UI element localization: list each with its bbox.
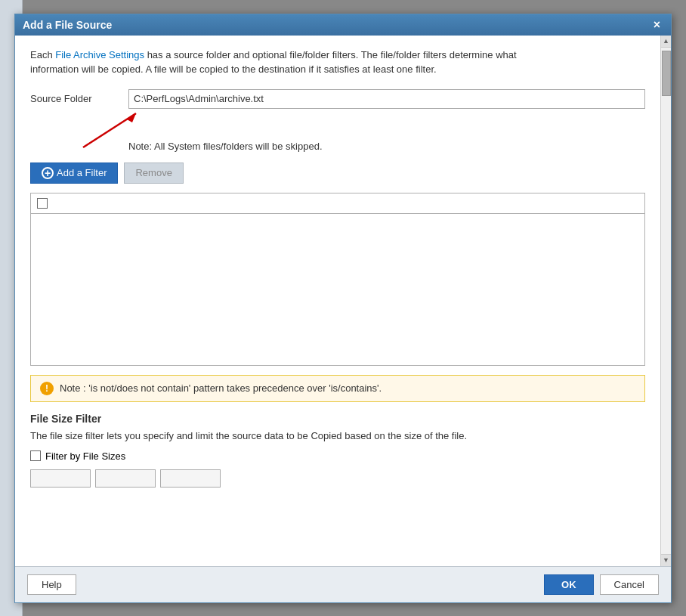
size-input-3[interactable] [160,469,221,488]
filter-select-all-checkbox[interactable] [37,198,48,209]
add-filter-button[interactable]: + Add a Filter [30,163,118,184]
filter-header-row [31,193,644,214]
scroll-thumb[interactable] [662,51,671,96]
plus-circle-icon: + [42,167,54,179]
filter-area [30,193,645,366]
file-size-filter-title: File Size Filter [30,413,645,425]
bottom-inputs-row [30,469,645,488]
warning-note: ! Note : 'is not/does not contain' patte… [30,375,645,402]
intro-text-rest: has a source folder and optional file/fo… [144,49,517,60]
scroll-down-button[interactable]: ▼ [661,554,671,566]
intro-link: File Archive Settings [55,49,144,60]
intro-text-2: information will be copied. A file will … [30,63,437,75]
source-folder-input[interactable] [128,89,645,109]
warning-text: Note : 'is not/does not contain' pattern… [60,382,382,394]
source-folder-note: Note: All System files/folders will be s… [128,141,645,152]
source-folder-label: Source Folder [30,93,128,104]
title-bar: Add a File Source × [15,14,671,36]
file-size-filter-desc: The file size filter lets you specify an… [30,429,645,443]
intro-paragraph-1: Each File Archive Settings has a source … [30,48,645,77]
filter-by-file-sizes-checkbox[interactable] [30,450,41,461]
scrollbar[interactable]: ▲ ▼ [660,36,671,566]
dialog-body: Each File Archive Settings has a source … [15,36,660,566]
intro-text-1: Each [30,49,55,60]
close-button[interactable]: × [650,19,663,31]
dialog-body-wrapper: Each File Archive Settings has a source … [15,36,671,566]
overlay: Add a File Source × Each File Archive Se… [0,0,686,616]
filter-empty-body [31,214,644,365]
dialog-title: Add a File Source [23,19,112,31]
dialog-footer: Help OK Cancel [15,566,671,602]
footer-right: OK Cancel [544,574,659,595]
filter-by-file-sizes-label: Filter by File Sizes [45,450,125,462]
scroll-up-button[interactable]: ▲ [661,36,671,48]
dialog: Add a File Source × Each File Archive Se… [14,14,672,603]
cancel-button[interactable]: Cancel [600,574,659,595]
size-input-1[interactable] [30,469,91,488]
remove-button[interactable]: Remove [124,163,183,184]
filter-by-row: Filter by File Sizes [30,450,645,462]
ok-button[interactable]: OK [544,574,594,595]
svg-line-0 [83,113,136,147]
scroll-down-icon: ▼ [663,556,669,564]
buttons-row: + Add a Filter Remove [30,163,645,184]
arrow-area [91,113,645,141]
size-input-2[interactable] [95,469,156,488]
red-arrow-icon [68,106,159,151]
help-button[interactable]: Help [27,574,76,595]
scroll-up-icon: ▲ [663,37,669,45]
warning-icon: ! [40,382,54,395]
